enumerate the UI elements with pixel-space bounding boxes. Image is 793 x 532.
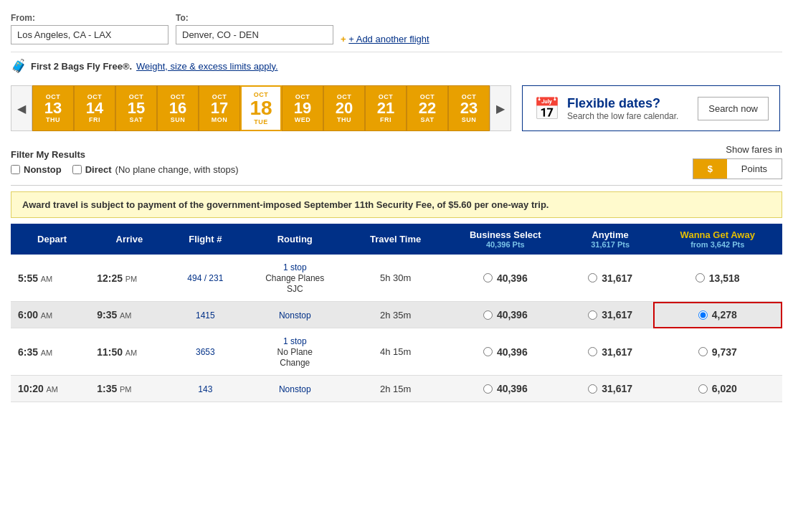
prev-date-nav[interactable]: ◀ — [11, 85, 32, 131]
date-cells: OCT 13 THU OCT 14 FRI OCT 15 SAT OCT 16 … — [32, 85, 490, 131]
business-select-cell[interactable]: 40,396 — [443, 376, 568, 402]
filter-section: Filter My Results Nonstop Direct (No pla… — [11, 137, 782, 186]
to-input[interactable] — [176, 25, 333, 44]
anytime-cell[interactable]: 31,617 — [568, 328, 653, 376]
bags-link[interactable]: Weight, size & excess limits apply. — [136, 61, 277, 72]
flexible-title: Flexible dates? — [567, 96, 690, 111]
th-travel-time: Travel Time — [348, 224, 443, 255]
wanna-get-away-cell[interactable]: 9,737 — [653, 328, 783, 376]
date-cell-13[interactable]: OCT 13 THU — [32, 85, 74, 131]
date-cell-23[interactable]: OCT 23 SUN — [448, 85, 490, 131]
routing-nonstop[interactable]: Nonstop — [279, 310, 311, 320]
date-cell-22[interactable]: OCT 22 SAT — [407, 85, 448, 131]
th-flight: Flight # — [168, 224, 242, 255]
wanna-radio[interactable] — [698, 347, 708, 356]
arrive-time-cell: 11:50 AM — [90, 328, 168, 376]
wanna-radio[interactable] — [695, 273, 705, 282]
business-radio[interactable] — [483, 310, 493, 320]
arrive-period: PM — [120, 385, 132, 394]
travel-time-cell: 2h 35m — [348, 302, 443, 328]
date-day: 23 — [460, 100, 478, 116]
bags-text: First 2 Bags Fly Free®. — [31, 61, 132, 72]
arrive-time: 9:35 — [97, 309, 117, 320]
flight-num-cell[interactable]: 3653 — [168, 328, 242, 376]
fare-toggle: $ Points — [693, 158, 782, 179]
anytime-radio[interactable] — [588, 310, 597, 320]
wanna-amount: 6,020 — [712, 383, 737, 394]
table-header-row: Depart Arrive Flight # Routing Travel Ti… — [11, 224, 782, 255]
arrive-time: 11:50 — [97, 346, 123, 358]
wanna-radio[interactable] — [698, 384, 708, 394]
travel-time: 2h 15m — [380, 384, 411, 394]
date-cell-19[interactable]: OCT 19 WED — [282, 85, 323, 131]
th-depart: Depart — [11, 224, 90, 255]
flexible-subtitle: Search the low fare calendar. — [567, 111, 690, 121]
wanna-get-away-cell-selected[interactable]: 4,278 — [653, 302, 783, 328]
routing-stop[interactable]: 1 stop — [283, 336, 307, 346]
anytime-cell[interactable]: 31,617 — [568, 302, 653, 328]
points-toggle-btn[interactable]: Points — [727, 159, 782, 179]
business-radio[interactable] — [483, 347, 493, 356]
date-day: 14 — [86, 100, 103, 116]
business-amount: 40,396 — [497, 309, 528, 320]
travel-time-cell: 2h 15m — [348, 376, 443, 402]
search-now-button[interactable]: Search now — [698, 97, 769, 120]
travel-time: 4h 15m — [380, 346, 411, 357]
anytime-radio[interactable] — [588, 347, 597, 356]
nonstop-checkbox[interactable] — [11, 165, 20, 174]
direct-label: Direct — [85, 164, 112, 175]
business-select-cell[interactable]: 40,396 — [443, 302, 568, 328]
add-flight-link[interactable]: + + Add another flight — [341, 34, 429, 44]
arrive-time-cell: 1:35 PM — [90, 376, 168, 402]
anytime-cell[interactable]: 31,617 — [568, 255, 653, 302]
results-table: Depart Arrive Flight # Routing Travel Ti… — [11, 224, 782, 402]
date-cell-15[interactable]: OCT 15 SAT — [115, 85, 157, 131]
flight-num-cell[interactable]: 1415 — [168, 302, 242, 328]
business-select-cell[interactable]: 40,396 — [443, 328, 568, 376]
routing-cell: Nonstop — [242, 302, 348, 328]
flight-num: 494 / 231 — [187, 273, 223, 283]
travel-time-cell: 5h 30m — [348, 255, 443, 302]
depart-period: AM — [41, 311, 53, 320]
direct-checkbox[interactable] — [72, 165, 82, 174]
depart-period: AM — [41, 348, 53, 357]
add-flight-label: + Add another flight — [348, 34, 429, 44]
routing-cell: Nonstop — [242, 376, 348, 402]
th-anytime: Anytime 31,617 Pts — [568, 224, 653, 255]
arrive-time: 12:25 — [97, 272, 123, 284]
travel-time: 5h 30m — [380, 272, 411, 283]
flight-num-cell[interactable]: 494 / 231 — [168, 255, 242, 302]
date-cell-17[interactable]: OCT 17 MON — [199, 85, 240, 131]
anytime-cell[interactable]: 31,617 — [568, 376, 653, 402]
from-input[interactable] — [11, 25, 168, 44]
date-cell-21[interactable]: OCT 21 FRI — [365, 85, 407, 131]
date-dow: WED — [295, 116, 311, 123]
date-dow: SUN — [462, 116, 477, 123]
th-wanna-get-away: Wanna Get Away from 3,642 Pts — [653, 224, 783, 255]
business-radio[interactable] — [483, 273, 493, 282]
next-date-nav[interactable]: ▶ — [490, 85, 511, 131]
flexible-text: Flexible dates? Search the low fare cale… — [567, 96, 690, 121]
dollar-toggle-btn[interactable]: $ — [693, 159, 727, 179]
date-cell-14[interactable]: OCT 14 FRI — [74, 85, 115, 131]
business-amount: 40,396 — [497, 272, 528, 284]
routing-cell: 1 stopNo PlaneChange — [242, 328, 348, 376]
business-select-cell[interactable]: 40,396 — [443, 255, 568, 302]
direct-option[interactable]: Direct (No plane change, with stops) — [72, 164, 239, 175]
business-radio[interactable] — [483, 384, 493, 394]
wanna-get-away-cell[interactable]: 13,518 — [653, 255, 783, 302]
date-cell-18[interactable]: OCT 18 TUE — [240, 85, 282, 131]
flight-num: 3653 — [196, 347, 215, 357]
wanna-radio[interactable] — [698, 310, 708, 320]
date-cell-16[interactable]: OCT 16 SUN — [157, 85, 199, 131]
anytime-radio[interactable] — [588, 384, 597, 394]
from-label: From: — [11, 13, 168, 23]
routing-nonstop[interactable]: Nonstop — [279, 384, 311, 394]
wanna-get-away-cell[interactable]: 6,020 — [653, 376, 783, 402]
flight-num-cell[interactable]: 143 — [168, 376, 242, 402]
date-cell-20[interactable]: OCT 20 THU — [323, 85, 365, 131]
anytime-amount: 31,617 — [602, 346, 632, 358]
anytime-radio[interactable] — [588, 273, 597, 282]
routing-stop[interactable]: 1 stop — [283, 262, 307, 272]
nonstop-option[interactable]: Nonstop — [11, 164, 62, 175]
